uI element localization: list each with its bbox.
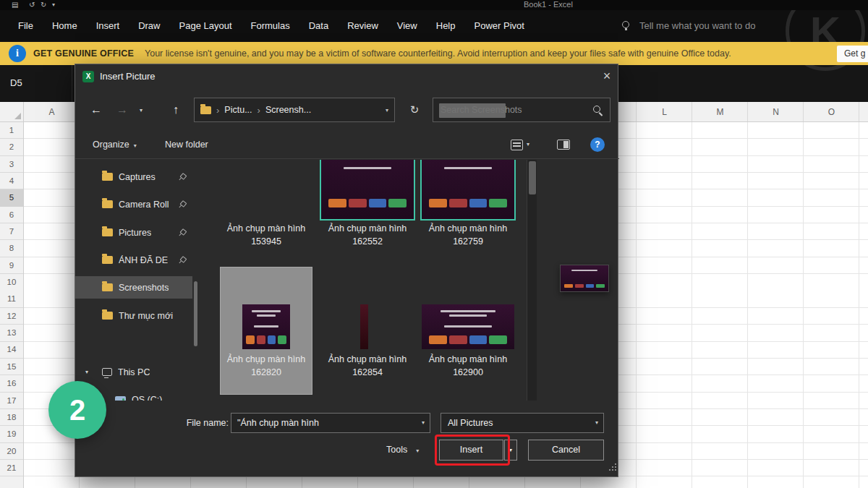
sidebar-item-captures[interactable]: Captures	[75, 166, 192, 188]
select-all-corner[interactable]	[0, 102, 24, 122]
row-header-16[interactable]: 16	[0, 375, 23, 392]
forward-button[interactable]: →	[111, 99, 133, 122]
tell-me-box[interactable]: Tell me what you want to do	[639, 10, 755, 42]
breadcrumb[interactable]: ›Pictu...›Screensh... ▾	[194, 98, 395, 122]
sidebar-item-label: OS (C:)	[132, 395, 162, 401]
ribbon-tab-file[interactable]: File	[9, 10, 43, 42]
save-icon[interactable]: ▤	[12, 0, 18, 9]
row-header-6[interactable]: 6	[0, 207, 23, 223]
column-header-a[interactable]: A	[24, 102, 80, 122]
row-header-21[interactable]: 21	[0, 460, 23, 476]
insert-split-chevron-icon[interactable]: ▾	[504, 440, 517, 461]
ribbon-tab-data[interactable]: Data	[299, 10, 338, 42]
row-header-20[interactable]: 20	[0, 443, 23, 460]
file-name-input[interactable]	[231, 413, 430, 433]
file-type-chevron-icon[interactable]: ▾	[590, 413, 603, 433]
row-header-10[interactable]: 10	[0, 274, 23, 291]
row-header-18[interactable]: 18	[0, 409, 23, 426]
row-header-15[interactable]: 15	[0, 359, 23, 375]
file-thumbnail[interactable]	[422, 304, 514, 349]
resize-grip[interactable]	[608, 463, 616, 472]
row-header-2[interactable]: 2	[0, 139, 23, 155]
chevron-down-icon[interactable]: ▾	[85, 361, 88, 383]
cancel-button[interactable]: Cancel	[528, 440, 604, 461]
tools-button[interactable]: Tools▾	[386, 440, 419, 461]
sidebar-item-this-pc[interactable]: ▾This PC	[75, 361, 192, 383]
ribbon-tab-formulas[interactable]: Formulas	[242, 10, 299, 42]
back-button[interactable]: ←	[85, 99, 107, 122]
sidebar-item-pictures[interactable]: Pictures	[75, 221, 192, 244]
row-header-12[interactable]: 12	[0, 308, 23, 325]
help-icon[interactable]: ?	[590, 137, 605, 152]
sidebar-item-screenshots[interactable]: Screenshots	[75, 276, 192, 299]
file-thumbnail[interactable]	[360, 304, 368, 349]
file-name-text: Ảnh chụp màn hình	[422, 222, 514, 235]
preview-pane-icon[interactable]	[557, 140, 570, 150]
view-mode-icon[interactable]	[511, 140, 523, 150]
file-item-162759[interactable]: Ảnh chụp màn hình162759	[422, 222, 514, 248]
breadcrumb-item-pictu[interactable]: Pictu...	[224, 105, 252, 115]
qat-chevron-down-icon[interactable]: ▾	[52, 0, 55, 9]
file-item-162820[interactable]: Ảnh chụp màn hình162820	[220, 353, 312, 379]
file-item-162900[interactable]: Ảnh chụp màn hình162900	[422, 353, 514, 379]
sidebar-scrollbar-thumb[interactable]	[194, 281, 197, 346]
row-header-9[interactable]: 9	[0, 257, 23, 274]
ribbon-tab-draw[interactable]: Draw	[129, 10, 169, 42]
undo-icon[interactable]: ↺	[29, 0, 35, 9]
ribbon-tab-bar: K FileHomeInsertDrawPage LayoutFormulasD…	[0, 10, 868, 42]
get-genuine-office-button[interactable]: Get g	[837, 46, 868, 62]
row-header-7[interactable]: 7	[0, 223, 23, 240]
close-icon[interactable]: ×	[595, 64, 619, 89]
up-button[interactable]: ↑	[165, 99, 187, 122]
tellme-lightbulb-icon	[622, 21, 629, 28]
file-list-scrollbar[interactable]	[527, 160, 537, 401]
ribbon-tab-power-pivot[interactable]: Power Pivot	[465, 10, 534, 42]
row-header-13[interactable]: 13	[0, 325, 23, 341]
row-header-17[interactable]: 17	[0, 393, 23, 409]
sidebar-item-camera-roll[interactable]: Camera Roll	[75, 193, 192, 215]
address-chevron-down-icon[interactable]: ▾	[386, 107, 388, 114]
row-header-3[interactable]: 3	[0, 156, 23, 173]
redo-icon[interactable]: ↻	[41, 0, 46, 9]
refresh-icon[interactable]: ↻	[402, 98, 427, 122]
file-item-162854[interactable]: Ảnh chụp màn hình162854	[321, 353, 414, 379]
column-header-l[interactable]: L	[637, 102, 692, 122]
view-mode-chevron-icon[interactable]: ▾	[527, 134, 529, 155]
ribbon-tab-home[interactable]: Home	[43, 10, 87, 42]
row-header-1[interactable]: 1	[0, 122, 23, 139]
column-header-o[interactable]: O	[804, 102, 859, 122]
organize-button[interactable]: Organize▾	[93, 134, 137, 155]
recent-locations-chevron-icon[interactable]: ▾	[136, 99, 146, 122]
column-header-m[interactable]: M	[692, 102, 748, 122]
file-list-scrollbar-thumb[interactable]	[529, 161, 536, 194]
ribbon-tab-insert[interactable]: Insert	[87, 10, 129, 42]
sidebar-item-nh-de[interactable]: ẢNH ĐÃ DE	[75, 249, 192, 271]
ribbon-tab-page-layout[interactable]: Page Layout	[170, 10, 242, 42]
column-header-n[interactable]: N	[748, 102, 804, 122]
new-folder-button[interactable]: New folder	[165, 134, 208, 155]
file-thumbnail[interactable]	[420, 160, 516, 221]
ribbon-tab-help[interactable]: Help	[427, 10, 465, 42]
file-thumbnail[interactable]	[242, 304, 290, 349]
sidebar-scrollbar[interactable]	[194, 160, 197, 401]
file-item-153945[interactable]: Ảnh chụp màn hình153945	[220, 222, 312, 248]
file-type-select[interactable]: All Pictures	[441, 413, 604, 433]
ribbon-tab-view[interactable]: View	[388, 10, 427, 42]
file-name-chevron-icon[interactable]: ▾	[417, 413, 430, 433]
row-header-19[interactable]: 19	[0, 426, 23, 442]
file-thumbnail[interactable]	[320, 160, 415, 221]
file-item-162552[interactable]: Ảnh chụp màn hình162552	[321, 222, 414, 248]
name-box[interactable]: D5	[0, 65, 72, 102]
row-header-8[interactable]: 8	[0, 240, 23, 257]
sidebar-item-label: This PC	[118, 367, 150, 377]
row-header-11[interactable]: 11	[0, 291, 23, 307]
row-header-5[interactable]: 5	[0, 189, 23, 206]
row-header-14[interactable]: 14	[0, 341, 23, 358]
breadcrumb-item-screensh[interactable]: Screensh...	[265, 105, 311, 115]
sidebar-item-th-m-c-m-i[interactable]: Thư mục mới	[75, 304, 192, 327]
insert-button[interactable]: Insert	[439, 440, 503, 461]
dialog-title: Insert Picture	[100, 64, 156, 89]
ribbon-tab-review[interactable]: Review	[338, 10, 388, 42]
row-header-4[interactable]: 4	[0, 173, 23, 189]
excel-app-icon: X	[82, 71, 94, 82]
